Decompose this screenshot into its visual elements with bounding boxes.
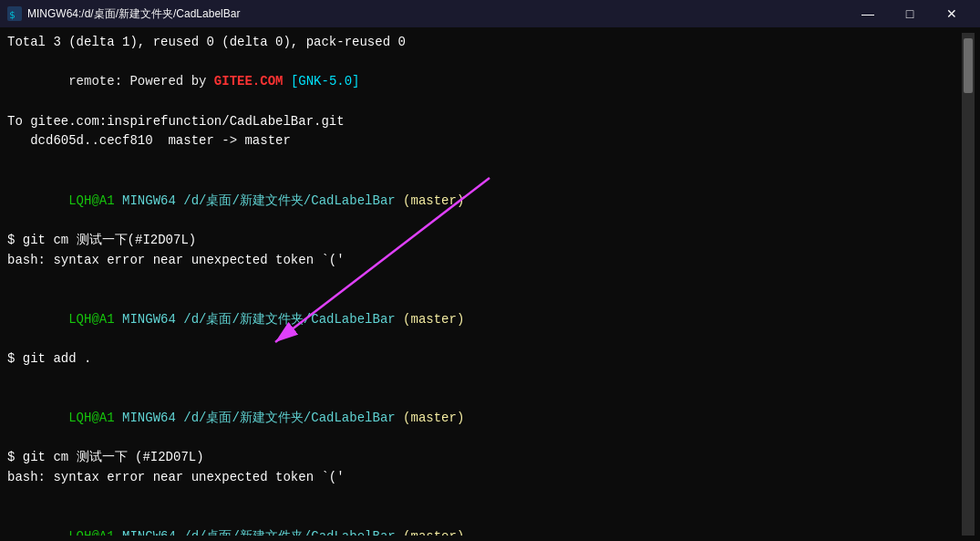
- maximize-button[interactable]: □: [889, 0, 931, 27]
- line-12: [7, 369, 962, 390]
- prompt-line-4: LQH@A1 MINGW64 /d/桌面/新建文件夹/CadLabelBar (…: [7, 508, 962, 536]
- title-bar-left: $ MINGW64:/d/桌面/新建文件夹/CadLabelBar: [7, 6, 240, 22]
- close-button[interactable]: ✕: [931, 0, 973, 27]
- line-4: dcd605d..cecf810 master -> master: [7, 131, 962, 151]
- window-controls: — □ ✕: [847, 0, 973, 27]
- cmd-line-2: $ git add .: [7, 349, 962, 369]
- prompt-line-1: LQH@A1 MINGW64 /d/桌面/新建文件夹/CadLabelBar (…: [7, 172, 962, 231]
- line-5: [7, 151, 962, 172]
- prompt-line-3: LQH@A1 MINGW64 /d/桌面/新建文件夹/CadLabelBar (…: [7, 389, 962, 448]
- scrollbar-thumb[interactable]: [964, 38, 973, 93]
- title-bar: $ MINGW64:/d/桌面/新建文件夹/CadLabelBar — □ ✕: [0, 0, 980, 27]
- error-line-2: bash: syntax error near unexpected token…: [7, 468, 962, 488]
- line-1: Total 3 (delta 1), reused 0 (delta 0), p…: [7, 33, 962, 53]
- scrollbar[interactable]: [962, 33, 975, 536]
- prompt-line-2: LQH@A1 MINGW64 /d/桌面/新建文件夹/CadLabelBar (…: [7, 290, 962, 349]
- svg-text:$: $: [9, 9, 15, 21]
- window-title: MINGW64:/d/桌面/新建文件夹/CadLabelBar: [27, 6, 240, 22]
- line-16: [7, 488, 962, 508]
- terminal-body[interactable]: Total 3 (delta 1), reused 0 (delta 0), p…: [0, 27, 980, 541]
- cmd-line-3: $ git cm 测试一下 (#I2D07L): [7, 448, 962, 468]
- line-9: [7, 270, 962, 290]
- line-2: remote: Powered by GITEE.COM [GNK-5.0]: [7, 53, 962, 112]
- error-line-1: bash: syntax error near unexpected token…: [7, 251, 962, 271]
- terminal-window: $ MINGW64:/d/桌面/新建文件夹/CadLabelBar — □ ✕ …: [0, 0, 980, 541]
- cmd-line-1: $ git cm 测试一下(#I2D07L): [7, 231, 962, 251]
- terminal-icon: $: [7, 6, 22, 21]
- line-3: To gitee.com:inspirefunction/CadLabelBar…: [7, 112, 962, 132]
- minimize-button[interactable]: —: [847, 0, 889, 27]
- terminal-output: Total 3 (delta 1), reused 0 (delta 0), p…: [7, 33, 962, 536]
